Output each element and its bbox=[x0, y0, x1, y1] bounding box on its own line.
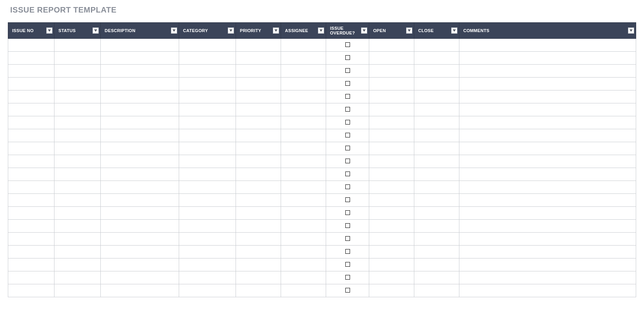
cell-category[interactable] bbox=[179, 90, 236, 103]
cell-issue_no[interactable] bbox=[8, 129, 54, 142]
cell-status[interactable] bbox=[54, 181, 101, 194]
cell-issue_no[interactable] bbox=[8, 65, 54, 78]
filter-dropdown-icon[interactable] bbox=[628, 27, 634, 34]
cell-issue_no[interactable] bbox=[8, 194, 54, 207]
cell-comments[interactable] bbox=[459, 207, 636, 220]
cell-description[interactable] bbox=[101, 90, 179, 103]
cell-assignee[interactable] bbox=[281, 246, 326, 258]
cell-assignee[interactable] bbox=[281, 258, 326, 271]
cell-category[interactable] bbox=[179, 103, 236, 116]
cell-comments[interactable] bbox=[459, 155, 636, 168]
cell-close[interactable] bbox=[414, 207, 459, 220]
cell-issue_no[interactable] bbox=[8, 52, 54, 65]
cell-status[interactable] bbox=[54, 116, 101, 129]
cell-comments[interactable] bbox=[459, 258, 636, 271]
cell-description[interactable] bbox=[101, 116, 179, 129]
cell-assignee[interactable] bbox=[281, 233, 326, 246]
cell-open[interactable] bbox=[369, 271, 414, 284]
cell-open[interactable] bbox=[369, 103, 414, 116]
cell-issue_no[interactable] bbox=[8, 103, 54, 116]
cell-assignee[interactable] bbox=[281, 168, 326, 181]
cell-priority[interactable] bbox=[236, 246, 281, 258]
cell-category[interactable] bbox=[179, 65, 236, 78]
cell-comments[interactable] bbox=[459, 220, 636, 233]
cell-status[interactable] bbox=[54, 78, 101, 90]
cell-open[interactable] bbox=[369, 129, 414, 142]
cell-description[interactable] bbox=[101, 246, 179, 258]
cell-comments[interactable] bbox=[459, 65, 636, 78]
cell-issue_no[interactable] bbox=[8, 207, 54, 220]
cell-description[interactable] bbox=[101, 168, 179, 181]
cell-issue_no[interactable] bbox=[8, 271, 54, 284]
cell-open[interactable] bbox=[369, 233, 414, 246]
cell-assignee[interactable] bbox=[281, 116, 326, 129]
cell-close[interactable] bbox=[414, 194, 459, 207]
cell-comments[interactable] bbox=[459, 90, 636, 103]
overdue-checkbox[interactable] bbox=[345, 197, 350, 202]
cell-comments[interactable] bbox=[459, 116, 636, 129]
cell-open[interactable] bbox=[369, 90, 414, 103]
cell-priority[interactable] bbox=[236, 52, 281, 65]
cell-category[interactable] bbox=[179, 207, 236, 220]
filter-dropdown-icon[interactable] bbox=[361, 27, 367, 34]
filter-dropdown-icon[interactable] bbox=[46, 27, 53, 34]
cell-issue_no[interactable] bbox=[8, 39, 54, 52]
cell-open[interactable] bbox=[369, 246, 414, 258]
cell-close[interactable] bbox=[414, 181, 459, 194]
cell-priority[interactable] bbox=[236, 258, 281, 271]
cell-description[interactable] bbox=[101, 155, 179, 168]
cell-close[interactable] bbox=[414, 155, 459, 168]
cell-assignee[interactable] bbox=[281, 103, 326, 116]
cell-assignee[interactable] bbox=[281, 39, 326, 52]
cell-description[interactable] bbox=[101, 129, 179, 142]
cell-status[interactable] bbox=[54, 103, 101, 116]
cell-status[interactable] bbox=[54, 284, 101, 297]
cell-close[interactable] bbox=[414, 78, 459, 90]
cell-comments[interactable] bbox=[459, 129, 636, 142]
cell-open[interactable] bbox=[369, 207, 414, 220]
cell-assignee[interactable] bbox=[281, 194, 326, 207]
cell-comments[interactable] bbox=[459, 271, 636, 284]
cell-description[interactable] bbox=[101, 181, 179, 194]
overdue-checkbox[interactable] bbox=[345, 133, 350, 137]
overdue-checkbox[interactable] bbox=[345, 184, 350, 189]
cell-close[interactable] bbox=[414, 220, 459, 233]
cell-open[interactable] bbox=[369, 168, 414, 181]
overdue-checkbox[interactable] bbox=[345, 55, 350, 60]
cell-open[interactable] bbox=[369, 194, 414, 207]
cell-description[interactable] bbox=[101, 233, 179, 246]
cell-status[interactable] bbox=[54, 233, 101, 246]
cell-comments[interactable] bbox=[459, 194, 636, 207]
cell-issue_no[interactable] bbox=[8, 181, 54, 194]
cell-priority[interactable] bbox=[236, 155, 281, 168]
cell-status[interactable] bbox=[54, 142, 101, 155]
cell-priority[interactable] bbox=[236, 168, 281, 181]
cell-status[interactable] bbox=[54, 246, 101, 258]
filter-dropdown-icon[interactable] bbox=[318, 27, 324, 34]
cell-issue_no[interactable] bbox=[8, 90, 54, 103]
cell-status[interactable] bbox=[54, 52, 101, 65]
cell-assignee[interactable] bbox=[281, 52, 326, 65]
overdue-checkbox[interactable] bbox=[345, 81, 350, 86]
filter-dropdown-icon[interactable] bbox=[171, 27, 177, 34]
cell-priority[interactable] bbox=[236, 194, 281, 207]
cell-priority[interactable] bbox=[236, 271, 281, 284]
cell-assignee[interactable] bbox=[281, 90, 326, 103]
filter-dropdown-icon[interactable] bbox=[93, 27, 99, 34]
cell-category[interactable] bbox=[179, 246, 236, 258]
cell-description[interactable] bbox=[101, 207, 179, 220]
cell-issue_no[interactable] bbox=[8, 116, 54, 129]
overdue-checkbox[interactable] bbox=[345, 223, 350, 228]
cell-open[interactable] bbox=[369, 65, 414, 78]
cell-close[interactable] bbox=[414, 246, 459, 258]
overdue-checkbox[interactable] bbox=[345, 236, 350, 241]
overdue-checkbox[interactable] bbox=[345, 159, 350, 163]
cell-issue_no[interactable] bbox=[8, 155, 54, 168]
cell-description[interactable] bbox=[101, 78, 179, 90]
cell-assignee[interactable] bbox=[281, 220, 326, 233]
cell-status[interactable] bbox=[54, 258, 101, 271]
cell-comments[interactable] bbox=[459, 284, 636, 297]
cell-close[interactable] bbox=[414, 65, 459, 78]
cell-description[interactable] bbox=[101, 284, 179, 297]
cell-description[interactable] bbox=[101, 271, 179, 284]
